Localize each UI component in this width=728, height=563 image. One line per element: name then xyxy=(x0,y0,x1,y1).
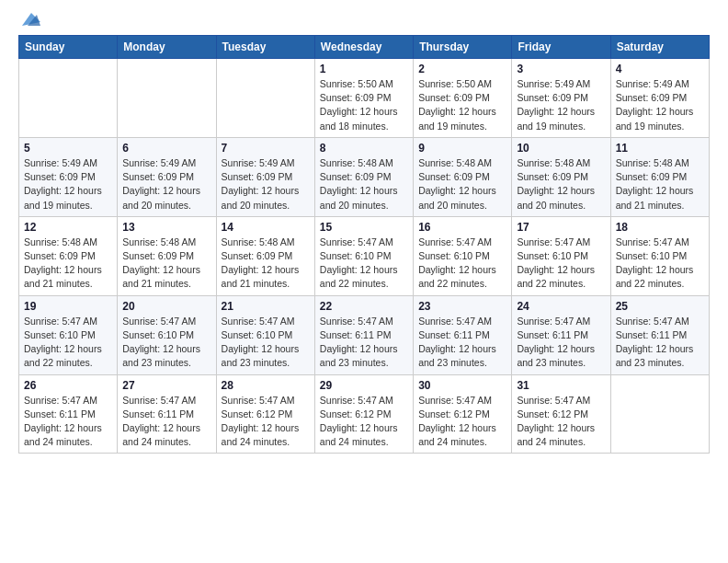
day-info: Sunrise: 5:47 AMSunset: 6:10 PMDaylight:… xyxy=(122,315,210,371)
day-info: Sunrise: 5:47 AMSunset: 6:11 PMDaylight:… xyxy=(122,394,210,450)
header xyxy=(18,17,710,29)
weekday-header-sunday: Sunday xyxy=(19,36,118,59)
day-info: Sunrise: 5:48 AMSunset: 6:09 PMDaylight:… xyxy=(122,236,210,292)
calendar-week-row: 12Sunrise: 5:48 AMSunset: 6:09 PMDayligh… xyxy=(19,216,710,295)
logo-bird-icon xyxy=(20,9,40,29)
day-number: 18 xyxy=(616,221,704,234)
calendar-cell: 19Sunrise: 5:47 AMSunset: 6:10 PMDayligh… xyxy=(19,295,118,374)
day-info: Sunrise: 5:49 AMSunset: 6:09 PMDaylight:… xyxy=(222,156,310,213)
weekday-header-thursday: Thursday xyxy=(414,36,512,59)
day-number: 6 xyxy=(122,142,210,155)
day-number: 3 xyxy=(517,63,605,75)
day-info: Sunrise: 5:50 AMSunset: 6:09 PMDaylight:… xyxy=(320,77,408,133)
weekday-header-saturday: Saturday xyxy=(610,36,709,59)
day-info: Sunrise: 5:47 AMSunset: 6:12 PMDaylight:… xyxy=(418,394,506,450)
day-number: 12 xyxy=(24,221,112,234)
calendar-cell: 26Sunrise: 5:47 AMSunset: 6:11 PMDayligh… xyxy=(19,374,118,454)
day-number: 8 xyxy=(320,142,408,155)
day-number: 21 xyxy=(222,300,310,313)
day-number: 15 xyxy=(320,221,408,234)
day-number: 23 xyxy=(418,300,506,313)
day-info: Sunrise: 5:47 AMSunset: 6:12 PMDaylight:… xyxy=(222,394,310,450)
day-number: 25 xyxy=(616,300,704,313)
day-number: 9 xyxy=(418,142,506,155)
calendar-cell: 13Sunrise: 5:48 AMSunset: 6:09 PMDayligh… xyxy=(118,216,216,295)
calendar-cell: 16Sunrise: 5:47 AMSunset: 6:10 PMDayligh… xyxy=(414,216,512,295)
day-info: Sunrise: 5:47 AMSunset: 6:10 PMDaylight:… xyxy=(517,236,605,292)
day-number: 2 xyxy=(418,63,506,75)
page: SundayMondayTuesdayWednesdayThursdayFrid… xyxy=(0,0,728,563)
day-number: 26 xyxy=(24,379,112,392)
calendar-cell: 8Sunrise: 5:48 AMSunset: 6:09 PMDaylight… xyxy=(314,137,413,216)
calendar-cell xyxy=(19,59,118,138)
day-info: Sunrise: 5:48 AMSunset: 6:09 PMDaylight:… xyxy=(222,236,310,292)
day-info: Sunrise: 5:50 AMSunset: 6:09 PMDaylight:… xyxy=(418,77,506,133)
weekday-header-tuesday: Tuesday xyxy=(216,36,314,59)
day-number: 19 xyxy=(24,300,112,313)
calendar-cell: 17Sunrise: 5:47 AMSunset: 6:10 PMDayligh… xyxy=(512,216,610,295)
calendar-cell: 5Sunrise: 5:49 AMSunset: 6:09 PMDaylight… xyxy=(19,137,118,216)
day-info: Sunrise: 5:47 AMSunset: 6:10 PMDaylight:… xyxy=(418,236,506,292)
day-info: Sunrise: 5:48 AMSunset: 6:09 PMDaylight:… xyxy=(418,156,506,213)
calendar-week-row: 5Sunrise: 5:49 AMSunset: 6:09 PMDaylight… xyxy=(19,137,710,216)
day-info: Sunrise: 5:47 AMSunset: 6:10 PMDaylight:… xyxy=(24,315,112,371)
calendar-table: SundayMondayTuesdayWednesdayThursdayFrid… xyxy=(18,35,710,454)
day-info: Sunrise: 5:47 AMSunset: 6:10 PMDaylight:… xyxy=(222,315,310,371)
day-info: Sunrise: 5:48 AMSunset: 6:09 PMDaylight:… xyxy=(616,156,704,213)
day-number: 20 xyxy=(122,300,210,313)
weekday-header-friday: Friday xyxy=(512,36,610,59)
calendar-cell: 14Sunrise: 5:48 AMSunset: 6:09 PMDayligh… xyxy=(216,216,314,295)
day-info: Sunrise: 5:47 AMSunset: 6:10 PMDaylight:… xyxy=(320,236,408,292)
day-number: 7 xyxy=(222,142,310,155)
day-number: 13 xyxy=(122,221,210,234)
day-info: Sunrise: 5:47 AMSunset: 6:11 PMDaylight:… xyxy=(517,315,605,371)
calendar-cell xyxy=(118,59,216,138)
calendar-cell: 9Sunrise: 5:48 AMSunset: 6:09 PMDaylight… xyxy=(414,137,512,216)
calendar-cell: 3Sunrise: 5:49 AMSunset: 6:09 PMDaylight… xyxy=(512,59,610,138)
calendar-cell: 25Sunrise: 5:47 AMSunset: 6:11 PMDayligh… xyxy=(610,295,709,374)
day-info: Sunrise: 5:49 AMSunset: 6:09 PMDaylight:… xyxy=(517,77,605,133)
day-info: Sunrise: 5:47 AMSunset: 6:10 PMDaylight:… xyxy=(616,236,704,292)
calendar-cell: 11Sunrise: 5:48 AMSunset: 6:09 PMDayligh… xyxy=(610,137,709,216)
calendar-cell xyxy=(610,374,709,454)
day-number: 27 xyxy=(122,379,210,392)
logo xyxy=(18,17,40,29)
calendar-week-row: 1Sunrise: 5:50 AMSunset: 6:09 PMDaylight… xyxy=(19,59,710,138)
calendar-cell: 12Sunrise: 5:48 AMSunset: 6:09 PMDayligh… xyxy=(19,216,118,295)
calendar-cell: 6Sunrise: 5:49 AMSunset: 6:09 PMDaylight… xyxy=(118,137,216,216)
calendar-cell: 1Sunrise: 5:50 AMSunset: 6:09 PMDaylight… xyxy=(314,59,413,138)
day-number: 28 xyxy=(222,379,310,392)
day-info: Sunrise: 5:47 AMSunset: 6:12 PMDaylight:… xyxy=(320,394,408,450)
calendar-cell: 31Sunrise: 5:47 AMSunset: 6:12 PMDayligh… xyxy=(512,374,610,454)
calendar-cell: 4Sunrise: 5:49 AMSunset: 6:09 PMDaylight… xyxy=(610,59,709,138)
day-info: Sunrise: 5:47 AMSunset: 6:11 PMDaylight:… xyxy=(616,315,704,371)
day-number: 4 xyxy=(616,63,704,75)
day-number: 30 xyxy=(418,379,506,392)
day-number: 5 xyxy=(24,142,112,155)
calendar-cell: 24Sunrise: 5:47 AMSunset: 6:11 PMDayligh… xyxy=(512,295,610,374)
day-number: 14 xyxy=(222,221,310,234)
day-info: Sunrise: 5:48 AMSunset: 6:09 PMDaylight:… xyxy=(320,156,408,213)
weekday-header-row: SundayMondayTuesdayWednesdayThursdayFrid… xyxy=(19,36,710,59)
day-number: 24 xyxy=(517,300,605,313)
calendar-cell: 30Sunrise: 5:47 AMSunset: 6:12 PMDayligh… xyxy=(414,374,512,454)
day-info: Sunrise: 5:47 AMSunset: 6:11 PMDaylight:… xyxy=(24,394,112,450)
day-info: Sunrise: 5:47 AMSunset: 6:12 PMDaylight:… xyxy=(517,394,605,450)
day-info: Sunrise: 5:47 AMSunset: 6:11 PMDaylight:… xyxy=(320,315,408,371)
day-info: Sunrise: 5:49 AMSunset: 6:09 PMDaylight:… xyxy=(616,77,704,133)
calendar-cell: 22Sunrise: 5:47 AMSunset: 6:11 PMDayligh… xyxy=(314,295,413,374)
day-info: Sunrise: 5:48 AMSunset: 6:09 PMDaylight:… xyxy=(517,156,605,213)
calendar-cell: 2Sunrise: 5:50 AMSunset: 6:09 PMDaylight… xyxy=(414,59,512,138)
day-info: Sunrise: 5:47 AMSunset: 6:11 PMDaylight:… xyxy=(418,315,506,371)
calendar-cell: 20Sunrise: 5:47 AMSunset: 6:10 PMDayligh… xyxy=(118,295,216,374)
calendar-week-row: 26Sunrise: 5:47 AMSunset: 6:11 PMDayligh… xyxy=(19,374,710,454)
day-number: 16 xyxy=(418,221,506,234)
day-number: 11 xyxy=(616,142,704,155)
day-info: Sunrise: 5:49 AMSunset: 6:09 PMDaylight:… xyxy=(24,156,112,213)
calendar-cell: 29Sunrise: 5:47 AMSunset: 6:12 PMDayligh… xyxy=(314,374,413,454)
calendar-cell xyxy=(216,59,314,138)
calendar-cell: 23Sunrise: 5:47 AMSunset: 6:11 PMDayligh… xyxy=(414,295,512,374)
calendar-cell: 27Sunrise: 5:47 AMSunset: 6:11 PMDayligh… xyxy=(118,374,216,454)
calendar-cell: 7Sunrise: 5:49 AMSunset: 6:09 PMDaylight… xyxy=(216,137,314,216)
weekday-header-monday: Monday xyxy=(118,36,216,59)
